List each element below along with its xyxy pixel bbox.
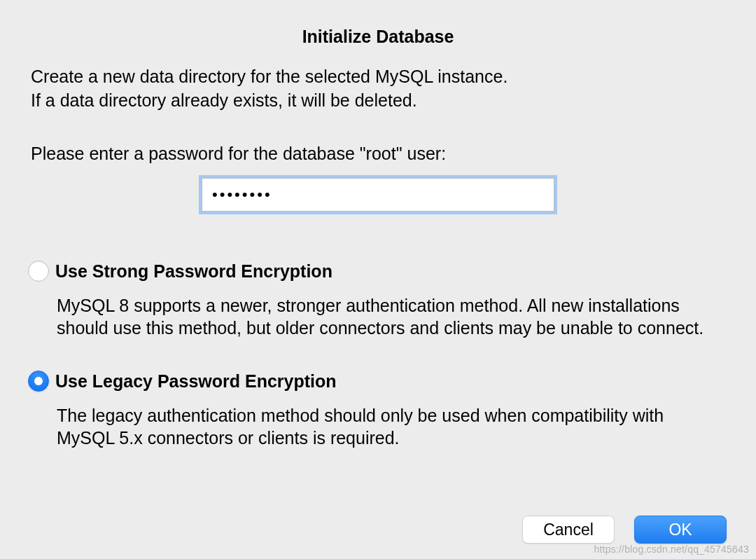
password-input-wrap (31, 178, 725, 212)
root-password-input[interactable] (202, 178, 554, 212)
initialize-database-dialog: Initialize Database Create a new data di… (0, 0, 756, 485)
option-legacy-encryption[interactable]: Use Legacy Password Encryption The legac… (28, 371, 725, 450)
radio-legacy-encryption[interactable] (28, 371, 49, 392)
option-body: Use Legacy Password Encryption The legac… (55, 371, 725, 450)
encryption-options: Use Strong Password Encryption MySQL 8 s… (28, 261, 725, 450)
option-desc-strong: MySQL 8 supports a newer, stronger authe… (57, 294, 725, 340)
cancel-button[interactable]: Cancel (522, 516, 615, 544)
watermark: https://blog.csdn.net/qq_45745643 (594, 544, 749, 555)
dialog-buttons: Cancel OK (522, 516, 727, 544)
option-strong-encryption[interactable]: Use Strong Password Encryption MySQL 8 s… (28, 261, 725, 340)
ok-button[interactable]: OK (634, 516, 727, 544)
option-desc-legacy: The legacy authentication method should … (57, 404, 725, 450)
option-title-legacy: Use Legacy Password Encryption (55, 371, 725, 392)
radio-strong-encryption[interactable] (28, 261, 49, 282)
dialog-description: Create a new data directory for the sele… (31, 65, 725, 113)
description-line: If a data directory already exists, it w… (31, 89, 725, 113)
password-prompt: Please enter a password for the database… (31, 144, 725, 164)
dialog-title: Initialize Database (31, 27, 725, 47)
option-title-strong: Use Strong Password Encryption (55, 261, 725, 282)
description-line: Create a new data directory for the sele… (31, 65, 725, 89)
option-body: Use Strong Password Encryption MySQL 8 s… (55, 261, 725, 340)
